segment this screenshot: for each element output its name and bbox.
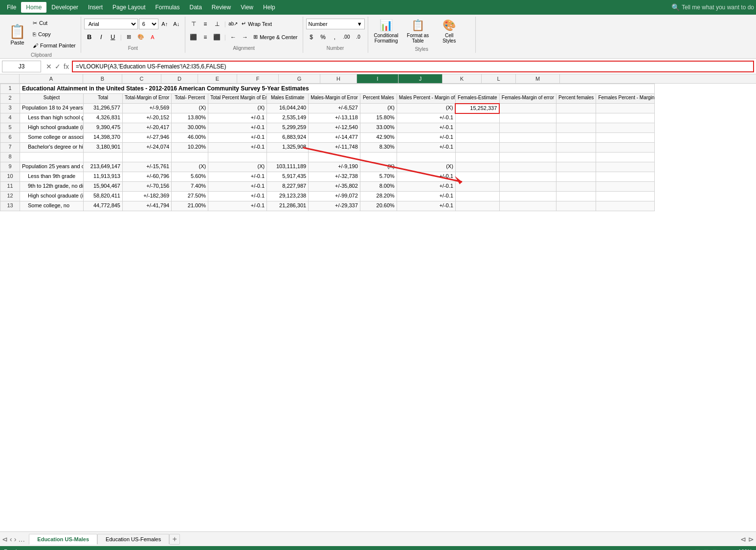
row-num-4[interactable]: 4 xyxy=(0,113,20,123)
cell-h5[interactable]: 33.00% xyxy=(360,123,397,133)
cell-j4[interactable] xyxy=(455,113,499,123)
cell-a11[interactable]: 9th to 12th grade, no diploma xyxy=(20,182,84,192)
cell-h6[interactable]: 42.90% xyxy=(360,133,397,143)
cell-j7[interactable] xyxy=(455,143,499,153)
cell-e11[interactable]: +/-0.1 xyxy=(208,182,267,192)
merge-center-button[interactable]: ⊞ Merge & Center xyxy=(251,32,300,43)
orientation-button[interactable]: ab↗ xyxy=(228,19,239,29)
cell-a4[interactable]: Less than high school graduate xyxy=(20,113,84,123)
cell-l3[interactable] xyxy=(556,104,596,113)
cell-i2[interactable]: Males Percent - Margin of error xyxy=(397,94,455,104)
border-button[interactable]: ⊞ xyxy=(124,32,134,43)
cell-g9[interactable]: +/-9,190 xyxy=(309,162,360,172)
cut-button[interactable]: ✂ Cut xyxy=(31,18,78,28)
sheet-tab-males[interactable]: Education US-Males xyxy=(29,534,97,545)
cancel-icon[interactable]: ✕ xyxy=(46,63,52,70)
cell-e13[interactable]: +/-0.1 xyxy=(208,201,267,211)
cell-k3[interactable] xyxy=(499,104,556,113)
cell-j10[interactable] xyxy=(455,172,499,182)
menu-insert[interactable]: Insert xyxy=(83,2,108,13)
cell-m11[interactable] xyxy=(596,182,655,192)
col-header-f[interactable]: F xyxy=(237,74,279,83)
cell-d11[interactable]: 7.40% xyxy=(172,182,208,192)
cell-l8[interactable] xyxy=(556,153,596,162)
cell-e2[interactable]: Total Percent Margin of Error xyxy=(208,94,267,104)
cell-b8[interactable] xyxy=(84,153,123,162)
row-num-7[interactable]: 7 xyxy=(0,143,20,153)
cell-e6[interactable]: +/-0.1 xyxy=(208,133,267,143)
col-header-e[interactable]: E xyxy=(198,74,237,83)
cell-g2[interactable]: Males-Margin of Error xyxy=(309,94,360,104)
cell-h11[interactable]: 8.00% xyxy=(360,182,397,192)
cell-m7[interactable] xyxy=(596,143,655,153)
cell-c7[interactable]: +/-24,074 xyxy=(123,143,172,153)
cell-f5[interactable]: 5,299,259 xyxy=(267,123,309,133)
cell-reference-input[interactable]: J3 xyxy=(2,61,41,72)
cell-f11[interactable]: 8,227,987 xyxy=(267,182,309,192)
cell-l13[interactable] xyxy=(556,201,596,211)
cell-b3[interactable]: 31,296,577 xyxy=(84,104,123,113)
cell-i4[interactable]: +/-0.1 xyxy=(397,113,455,123)
cell-f10[interactable]: 5,917,435 xyxy=(267,172,309,182)
cell-g7[interactable]: +/-11,748 xyxy=(309,143,360,153)
cell-h8[interactable] xyxy=(360,153,397,162)
currency-button[interactable]: $ xyxy=(306,32,317,43)
cell-k10[interactable] xyxy=(499,172,556,182)
sheet-nav-first[interactable]: ⊲ xyxy=(2,535,8,543)
cell-j5[interactable] xyxy=(455,123,499,133)
increase-font-button[interactable]: A↑ xyxy=(159,19,170,29)
cell-h7[interactable]: 8.30% xyxy=(360,143,397,153)
col-header-g[interactable]: G xyxy=(279,74,320,83)
align-top-button[interactable]: ⊤ xyxy=(188,19,199,29)
cell-d5[interactable]: 30.00% xyxy=(172,123,208,133)
percent-button[interactable]: % xyxy=(318,32,329,43)
comma-button[interactable]: , xyxy=(330,32,340,43)
cell-styles-button[interactable]: 🎨 CellStyles xyxy=(435,18,464,45)
cell-m12[interactable] xyxy=(596,192,655,201)
col-header-l[interactable]: L xyxy=(482,74,516,83)
cell-l6[interactable] xyxy=(556,133,596,143)
function-icon[interactable]: fx xyxy=(64,63,69,70)
cell-l2[interactable]: Percent females xyxy=(556,94,596,104)
cell-e9[interactable]: (X) xyxy=(208,162,267,172)
cell-i10[interactable]: +/-0.1 xyxy=(397,172,455,182)
row-num-3[interactable]: 3 xyxy=(0,104,20,113)
cell-f9[interactable]: 103,111,189 xyxy=(267,162,309,172)
cell-a7[interactable]: Bachelor's degree or higher xyxy=(20,143,84,153)
cell-f3[interactable]: 16,044,240 xyxy=(267,104,309,113)
sheet-tab-females[interactable]: Education US-Females xyxy=(97,534,169,544)
cell-c5[interactable]: +/-20,417 xyxy=(123,123,172,133)
row-num-11[interactable]: 11 xyxy=(0,182,20,192)
decrease-font-button[interactable]: A↓ xyxy=(171,19,182,29)
menu-developer[interactable]: Developer xyxy=(46,2,83,13)
menu-help[interactable]: Help xyxy=(258,2,280,13)
cell-a6[interactable]: Some college or associate's degree xyxy=(20,133,84,143)
format-painter-button[interactable]: 🖌 Format Painter xyxy=(31,40,78,51)
cell-i12[interactable]: +/-0.1 xyxy=(397,192,455,201)
cell-c4[interactable]: +/-20,152 xyxy=(123,113,172,123)
cell-i8[interactable] xyxy=(397,153,455,162)
col-header-d[interactable]: D xyxy=(161,74,198,83)
cell-b2[interactable]: Total xyxy=(84,94,123,104)
font-color-button[interactable]: A xyxy=(147,32,158,43)
cell-j6[interactable] xyxy=(455,133,499,143)
cell-d8[interactable] xyxy=(172,153,208,162)
cell-g5[interactable]: +/-12,540 xyxy=(309,123,360,133)
cell-a9[interactable]: Population 25 years and over xyxy=(20,162,84,172)
copy-button[interactable]: ⎘ Copy xyxy=(31,29,78,40)
cell-k4[interactable] xyxy=(499,113,556,123)
fill-color-button[interactable]: 🎨 xyxy=(135,32,146,43)
cell-f7[interactable]: 1,325,908 xyxy=(267,143,309,153)
page-layout-icon[interactable]: ▤ xyxy=(704,549,709,550)
cell-k11[interactable] xyxy=(499,182,556,192)
menu-home[interactable]: Home xyxy=(21,2,46,13)
cell-b10[interactable]: 11,913,913 xyxy=(84,172,123,182)
menu-file[interactable]: File xyxy=(2,2,21,13)
cell-e10[interactable]: +/-0.1 xyxy=(208,172,267,182)
cell-d13[interactable]: 21.00% xyxy=(172,201,208,211)
format-as-table-button[interactable]: 📋 Format asTable xyxy=(403,18,433,45)
col-header-i[interactable]: I xyxy=(357,74,399,83)
font-size-select[interactable]: 6 xyxy=(139,19,158,29)
cell-i6[interactable]: +/-0.1 xyxy=(397,133,455,143)
cell-f8[interactable] xyxy=(267,153,309,162)
